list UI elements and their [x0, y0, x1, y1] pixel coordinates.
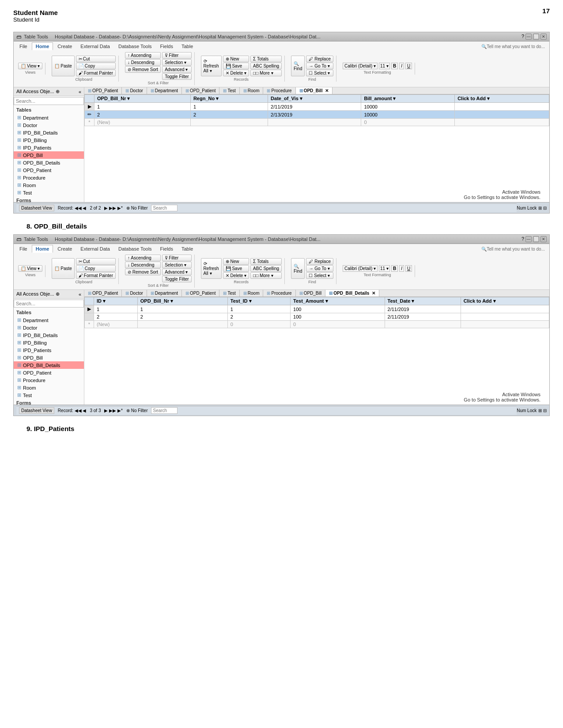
help-icon-2[interactable]: ? — [521, 236, 524, 242]
cell-opd-bill-nr[interactable]: 2 — [94, 111, 191, 119]
ascending-button-2[interactable]: ↑ Ascending — [125, 255, 161, 261]
tab-fields[interactable]: Fields — [156, 42, 177, 50]
nav-item-department[interactable]: ⊞ Department — [14, 114, 84, 121]
nav-item-2-ipd-patients[interactable]: ⊞ IPD_Patients — [14, 346, 84, 354]
cell-new-opd-bill-nr[interactable] — [137, 321, 227, 328]
nav-collapse-icon[interactable]: « — [79, 89, 81, 94]
tab-database-tools[interactable]: Database Tools — [114, 42, 156, 50]
nav-item-ipd-bill-details[interactable]: ⊞ IPD_Bill_Details — [14, 129, 84, 136]
advanced-button[interactable]: Advanced ▾ — [162, 66, 191, 73]
close-tab-icon-2[interactable]: ✕ — [372, 291, 375, 296]
cell-bill-amount[interactable]: 10000 — [361, 103, 455, 111]
tab-opd-patient2[interactable]: ⊞OPD_Patient — [182, 87, 219, 94]
bold-button[interactable]: B — [391, 63, 398, 69]
col-test-date[interactable]: Test_Date ▾ — [385, 297, 461, 305]
col-test-id[interactable]: Test_ID ▾ — [227, 297, 290, 305]
tab-procedure[interactable]: ⊞Procedure — [263, 87, 295, 94]
descending-button[interactable]: ↓ Descending — [125, 59, 161, 66]
cell-opd-bill-nr[interactable]: 2 — [137, 313, 227, 321]
cell-bill-amount[interactable]: 10000 — [361, 111, 455, 119]
restore-button[interactable]: ⬜ — [533, 34, 539, 40]
cell-new-test-date[interactable] — [385, 321, 461, 328]
tab-external-data[interactable]: External Data — [76, 42, 114, 50]
font-size-selector-2[interactable]: 11 ▾ — [379, 265, 390, 272]
underline-button[interactable]: U — [405, 63, 412, 69]
remove-sort-button-2[interactable]: ⊘ Remove Sort — [125, 269, 161, 275]
filter-button-2[interactable]: ⊽Filter — [162, 255, 191, 261]
spelling-button[interactable]: ABC Spelling — [250, 63, 282, 69]
tab2-opd-patient2[interactable]: ⊞OPD_Patient — [182, 290, 219, 296]
copy-button-2[interactable]: 📄Copy — [76, 265, 116, 272]
title-bar-controls-2[interactable]: ? — ⬜ ✕ — [521, 236, 547, 242]
nav-item-opd-bill-details[interactable]: ⊞ OPD_Bill_Details — [14, 159, 84, 166]
tab2-opd-bill-details[interactable]: ⊞OPD_Bill_Details ✕ — [325, 290, 379, 296]
cell-test-amount[interactable]: 100 — [291, 313, 385, 321]
tab2-fields[interactable]: Fields — [156, 245, 177, 253]
cell-new-amount[interactable]: 0 — [361, 119, 455, 126]
more-button-2[interactable]: □□ More ▾ — [250, 272, 282, 279]
nav-item-2-ipd-billing[interactable]: ⊞ IPD_Billing — [14, 339, 84, 346]
nav-item-2-opd-bill-details[interactable]: ⊞ OPD_Bill_Details — [14, 361, 84, 369]
remove-sort-button[interactable]: ⊘ Remove Sort — [125, 66, 161, 73]
descending-button-2[interactable]: ↓ Descending — [125, 262, 161, 268]
nav-item-2-opd-bill[interactable]: ⊞ OPD_Bill — [14, 354, 84, 361]
col-opd-bill-nr-2[interactable]: OPD_Bill_Nr ▾ — [137, 297, 227, 305]
cell-new-test-amount[interactable]: 0 — [291, 321, 385, 328]
refresh-button[interactable]: ⟳RefreshAll ▾ — [201, 56, 222, 76]
tell-me-text-2[interactable]: Tell me what you want to do... — [487, 247, 545, 251]
find-button-2[interactable]: 🔍Find — [291, 258, 305, 279]
nav-item-procedure[interactable]: ⊞ Procedure — [14, 174, 84, 181]
nav-item-room[interactable]: ⊞ Room — [14, 181, 84, 189]
nav-item-2-doctor[interactable]: ⊞ Doctor — [14, 324, 84, 331]
selection-button-2[interactable]: Selection ▾ — [162, 262, 191, 268]
font-selector-2[interactable]: Calibri (Detail) ▾ — [343, 265, 378, 272]
totals-button[interactable]: Σ Totals — [250, 56, 282, 62]
nav-collapse-icon-2[interactable]: « — [79, 292, 81, 297]
minimize-button[interactable]: — — [525, 34, 532, 40]
cell-test-date[interactable]: 2/11/2019 — [385, 313, 461, 321]
tab-doctor[interactable]: ⊞Doctor — [122, 87, 147, 94]
cell-date-of-vis[interactable]: 2/11/2019 — [268, 103, 361, 111]
nav-item-2-department[interactable]: ⊞ Department — [14, 316, 84, 324]
tab2-table[interactable]: Table — [178, 245, 197, 253]
cell-new-id[interactable]: (New) — [94, 321, 138, 328]
replace-button-2[interactable]: 🖊 Replace — [306, 258, 333, 265]
minimize-button-2[interactable]: — — [525, 236, 532, 242]
font-size-selector[interactable]: 11 ▾ — [379, 63, 390, 69]
tab-room[interactable]: ⊞Room — [240, 87, 264, 94]
close-button[interactable]: ✕ — [540, 34, 547, 40]
nav-item-opd-bill[interactable]: ⊞ OPD_Bill — [14, 151, 84, 159]
tab2-test[interactable]: ⊞Test — [219, 290, 239, 296]
col-regn-no[interactable]: Regn_No ▾ — [190, 95, 268, 103]
paste-button[interactable]: 📋Paste — [52, 56, 75, 76]
col-bill-amount[interactable]: Bill_amount ▾ — [361, 95, 455, 103]
tab-file[interactable]: File — [15, 42, 31, 50]
nav-item-opd-patient[interactable]: ⊞ OPD_Patient — [14, 166, 84, 174]
new-button[interactable]: ⊕ New — [223, 56, 249, 62]
cut-button[interactable]: ✂Cut — [76, 56, 116, 62]
more-button[interactable]: □□ More ▾ — [250, 70, 282, 76]
copy-button[interactable]: 📄Copy — [76, 63, 116, 69]
delete-button[interactable]: ✕ Delete ▾ — [223, 70, 249, 76]
cell-regn-no[interactable]: 1 — [190, 103, 268, 111]
tab2-database-tools[interactable]: Database Tools — [114, 245, 156, 253]
filter-button[interactable]: ⊽Filter — [162, 52, 191, 59]
toggle-filter-button-2[interactable]: Toggle Filter — [162, 276, 191, 282]
format-painter-button-2[interactable]: 🖌Format Painter — [76, 272, 116, 279]
col-click-to-add-2[interactable]: Click to Add ▾ — [461, 297, 549, 305]
delete-button-2[interactable]: ✕ Delete ▾ — [223, 272, 249, 279]
col-test-amount[interactable]: Test_Amount ▾ — [291, 297, 385, 305]
nav-item-2-ipd-bill-details[interactable]: ⊞ IPD_Bill_Details — [14, 331, 84, 339]
spelling-button-2[interactable]: ABC Spelling — [250, 265, 282, 272]
nav-search-input[interactable] — [14, 97, 84, 105]
totals-button-2[interactable]: Σ Totals — [250, 258, 282, 265]
save-button-2[interactable]: 💾 Save — [223, 265, 249, 272]
tab-create[interactable]: Create — [53, 42, 76, 50]
nav-item-2-room[interactable]: ⊞ Room — [14, 384, 84, 391]
cell-test-id[interactable]: 2 — [227, 313, 290, 321]
tab2-external-data[interactable]: External Data — [76, 245, 114, 253]
tab-opd-patient[interactable]: ⊞OPD_Patient — [84, 87, 122, 94]
cell-opd-bill-nr[interactable]: 1 — [137, 305, 227, 313]
view-button[interactable]: 📋 View ▾ — [18, 63, 42, 69]
cell-test-id[interactable]: 1 — [227, 305, 290, 313]
